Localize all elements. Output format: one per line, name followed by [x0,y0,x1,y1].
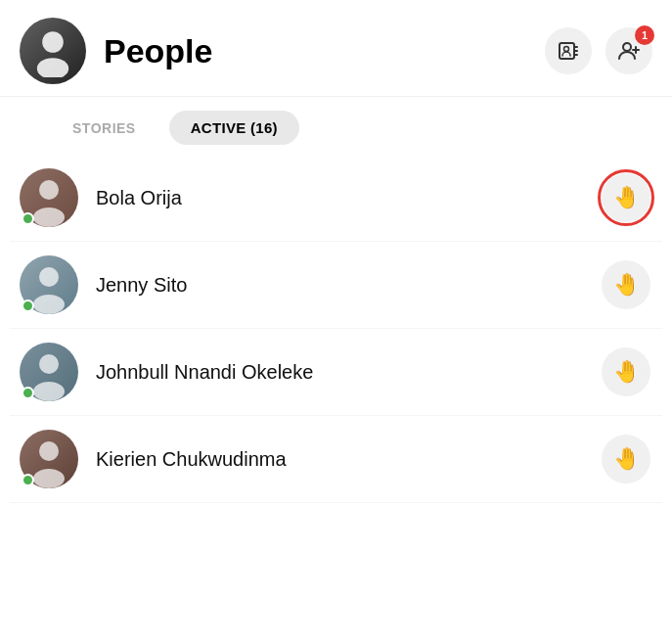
svg-point-1 [37,58,68,77]
wave-button[interactable]: 🤚 [602,435,650,483]
wave-button[interactable]: 🤚 [602,260,650,309]
svg-point-7 [623,43,631,51]
online-indicator [22,387,34,399]
list-item[interactable]: Jenny Sito🤚 [10,242,662,329]
list-item[interactable]: Johnbull Nnandi Okeleke🤚 [10,329,662,416]
online-indicator [22,299,34,312]
svg-point-15 [33,382,65,401]
svg-point-6 [564,47,569,52]
person-name: Jenny Sito [96,274,602,297]
page-title: People [104,32,545,70]
people-list: Bola Orija🤚 Jenny Sito🤚 Johnbull Nnandi … [0,155,672,503]
svg-point-17 [33,469,65,488]
person-name: Johnbull Nnandi Okeleke [96,361,602,384]
list-item[interactable]: Bola Orija🤚 [10,155,662,242]
svg-point-12 [39,267,59,287]
person-avatar-wrap [20,343,78,401]
online-indicator [22,212,34,225]
svg-point-10 [39,180,59,200]
svg-point-16 [39,441,59,461]
notification-badge: 1 [635,25,654,45]
wave-icon: 🤚 [613,359,640,385]
wave-icon: 🤚 [613,272,640,298]
tab-stories[interactable]: STORIES [59,113,150,144]
svg-point-11 [33,207,65,227]
person-name: Bola Orija [96,187,602,209]
header-avatar [20,18,86,84]
wave-button[interactable]: 🤚 [602,173,650,222]
contacts-button[interactable] [545,27,592,74]
wave-icon: 🤚 [613,446,640,472]
list-item[interactable]: Kierien Chukwudinma🤚 [10,416,662,503]
svg-point-13 [33,295,65,314]
tabs-row: STORIES ACTIVE (16) [0,97,672,155]
contacts-icon [557,39,580,63]
svg-point-14 [39,354,59,374]
header: People 1 [0,0,672,97]
person-name: Kierien Chukwudinma [96,448,602,471]
person-avatar-wrap [20,255,78,314]
wave-button[interactable]: 🤚 [602,347,650,396]
add-person-icon [617,39,641,63]
svg-point-0 [42,31,64,53]
person-avatar-wrap [20,168,78,227]
online-indicator [22,474,34,486]
wave-icon: 🤚 [613,185,640,210]
tab-active[interactable]: ACTIVE (16) [169,111,299,145]
add-person-button[interactable]: 1 [605,27,652,74]
person-avatar-wrap [20,430,78,488]
header-actions: 1 [545,27,652,74]
